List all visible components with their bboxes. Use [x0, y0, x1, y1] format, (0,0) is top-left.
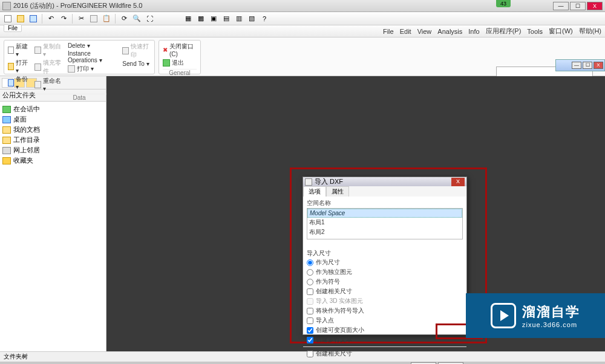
watermark-title: 溜溜自学	[522, 303, 580, 321]
backup-button[interactable]: 备份 ▾	[8, 75, 30, 90]
view-f-icon[interactable]: ▧	[246, 13, 257, 24]
open-button[interactable]: 打开 ▾	[8, 59, 30, 74]
dialog-icon	[305, 178, 312, 186]
close-button[interactable]: X	[587, 2, 603, 10]
fillparts-button: 填充零件	[34, 59, 63, 76]
save-icon[interactable]	[28, 13, 39, 24]
separator	[115, 14, 116, 24]
menu-tools[interactable]: Tools	[527, 28, 543, 35]
drawing-canvas[interactable]: 导入 DXF X 选项 属性 空间名称 Model Space 布局1 布局2 …	[106, 76, 605, 351]
titlebar: 2016 (活动的) - Pro/ENGINEER Wildfire 5.0 —…	[0, 0, 605, 12]
app-icon	[2, 2, 11, 10]
view-c-icon[interactable]: ▣	[208, 13, 219, 24]
open-icon[interactable]	[15, 13, 26, 24]
sec-max-button[interactable]: ☐	[583, 62, 592, 69]
delete-button[interactable]: Delete ▾	[68, 42, 117, 49]
fit-icon[interactable]: ⛶	[144, 13, 155, 24]
ribbon-general-label: General	[163, 69, 197, 76]
folder-mydocs[interactable]: 我的文档	[1, 125, 105, 135]
copyfrom-button: 复制自 ▾	[34, 42, 63, 57]
folder-favorites[interactable]: 收藏夹	[1, 155, 105, 166]
menu-info[interactable]: Info	[468, 28, 479, 35]
view-e-icon[interactable]: ▥	[234, 13, 244, 24]
maximize-button[interactable]: ☐	[570, 2, 586, 10]
radio-as-dimension[interactable]: 作为尺寸	[307, 258, 463, 267]
cut-icon[interactable]: ✂	[76, 13, 87, 24]
folder-session[interactable]: 在会话中	[1, 104, 105, 114]
zoom-icon[interactable]: 🔍	[131, 13, 142, 24]
folder-network[interactable]: 网上邻居	[1, 145, 105, 155]
check-3d-solid: 导入 3D 实体图元	[307, 297, 463, 305]
watermark: 溜溜自学 zixue.3d66.com	[466, 293, 605, 338]
paste-icon[interactable]: 📋	[101, 13, 112, 24]
tab-options[interactable]: 选项	[303, 186, 326, 197]
tab-properties[interactable]: 属性	[326, 186, 349, 197]
statusbar: 文件夹树	[0, 351, 605, 362]
radio-as-entities[interactable]: 作为独立图元	[307, 268, 463, 276]
space-name-label: 空间名称	[307, 199, 463, 207]
check-multiline-text[interactable]: 创建多行文本	[307, 336, 463, 344]
menu-file[interactable]: File	[383, 28, 394, 35]
view-a-icon[interactable]: ▦	[183, 13, 194, 24]
dialog-tabs: 选项 属性	[303, 186, 466, 197]
space-layout1[interactable]: 布局1	[307, 218, 462, 227]
new-button[interactable]: 新建 ▾	[8, 42, 30, 57]
folder-desktop[interactable]: 桌面	[1, 114, 105, 125]
menu-view[interactable]: View	[417, 28, 432, 35]
dialog-body: 空间名称 Model Space 布局1 布局2 导入尺寸 作为尺寸 作为独立图…	[303, 197, 466, 360]
window-title: 2016 (活动的) - Pro/ENGINEER Wildfire 5.0	[13, 1, 553, 10]
exit-button[interactable]: 退出	[163, 59, 197, 67]
folder-workdir[interactable]: 工作目录	[1, 135, 105, 145]
menubar: File Edit View Analysis Info 应用程序(P) Too…	[0, 25, 605, 37]
watermark-logo-icon	[491, 303, 516, 328]
refresh-icon[interactable]: ⟳	[119, 13, 129, 24]
menu-help[interactable]: 帮助(H)	[579, 27, 601, 36]
print-button[interactable]: 打印 ▾	[68, 65, 117, 73]
menu-analysis[interactable]: Analysis	[437, 28, 462, 35]
folder-list: 在会话中 桌面 我的文档 工作目录 网上邻居 收藏夹	[0, 102, 106, 168]
dialog-titlebar[interactable]: 导入 DXF X	[303, 177, 466, 186]
minimize-button[interactable]: —	[553, 2, 569, 10]
rename-button[interactable]: 重命名 ▾	[34, 77, 63, 92]
new-icon[interactable]	[2, 13, 13, 24]
sec-min-button[interactable]: —	[572, 62, 581, 69]
copy-icon[interactable]	[88, 13, 99, 24]
check-import-points[interactable]: 导入点	[307, 316, 463, 325]
check-related-dim-2[interactable]: 创建相关尺寸	[307, 349, 463, 358]
import-size-header: 导入尺寸	[307, 249, 463, 258]
ribbon-data-group: 新建 ▾ 打开 ▾ 备份 ▾ 复制自 ▾ 填充零件 重命名 ▾ Delete ▾…	[4, 40, 155, 74]
sendto-button[interactable]: Send To ▾	[122, 60, 151, 67]
space-list[interactable]: Model Space 布局1 布局2	[307, 208, 463, 239]
dialog-close-button[interactable]: X	[451, 178, 465, 186]
redo-icon[interactable]: ↷	[58, 13, 69, 24]
closewindow-button[interactable]: ✖关闭窗口(C)	[163, 42, 197, 57]
statusbar-text: 文件夹树	[4, 353, 28, 361]
highlight-box: 导入 DXF X 选项 属性 空间名称 Model Space 布局1 布局2 …	[290, 167, 487, 343]
help-icon[interactable]: ?	[259, 13, 270, 24]
separator	[42, 14, 42, 24]
space-model[interactable]: Model Space	[307, 209, 462, 218]
secondary-window-controls: — ☐ X	[555, 59, 605, 71]
watermark-url: zixue.3d66.com	[522, 321, 577, 328]
file-tab[interactable]: File	[4, 24, 22, 32]
instance-ops-button[interactable]: Instance Operations ▾	[68, 50, 117, 63]
sidebar: 公用文件夹 在会话中 桌面 我的文档 工作目录 网上邻居 收藏夹	[0, 76, 106, 351]
check-related-dim[interactable]: 创建相关尺寸	[307, 287, 463, 296]
separator	[72, 14, 73, 24]
view-d-icon[interactable]: ▤	[221, 13, 232, 24]
menu-window[interactable]: 窗口(W)	[549, 27, 573, 36]
space-layout2[interactable]: 布局2	[307, 227, 462, 237]
menu-edit[interactable]: Edit	[400, 28, 411, 35]
check-variable-page[interactable]: 创建可变页面大小	[307, 326, 463, 334]
import-dxf-dialog: 导入 DXF X 选项 属性 空间名称 Model Space 布局1 布局2 …	[302, 177, 467, 335]
check-blocks-as-symbols[interactable]: 将块作为符号导入	[307, 307, 463, 315]
dialog-title: 导入 DXF	[315, 177, 449, 186]
sec-close-button[interactable]: X	[594, 62, 603, 69]
view-b-icon[interactable]: ▩	[195, 13, 206, 24]
quick-toolbar: ↶ ↷ ✂ 📋 ⟳ 🔍 ⛶ ▦ ▩ ▣ ▤ ▥ ▧ ?	[0, 12, 605, 25]
dialog-buttons: 确定 取消	[303, 360, 466, 364]
undo-icon[interactable]: ↶	[45, 13, 56, 24]
menu-app[interactable]: 应用程序(P)	[486, 27, 522, 36]
radio-as-symbol[interactable]: 作为符号	[307, 278, 463, 286]
quickprint-button: 快速打印	[122, 42, 151, 59]
